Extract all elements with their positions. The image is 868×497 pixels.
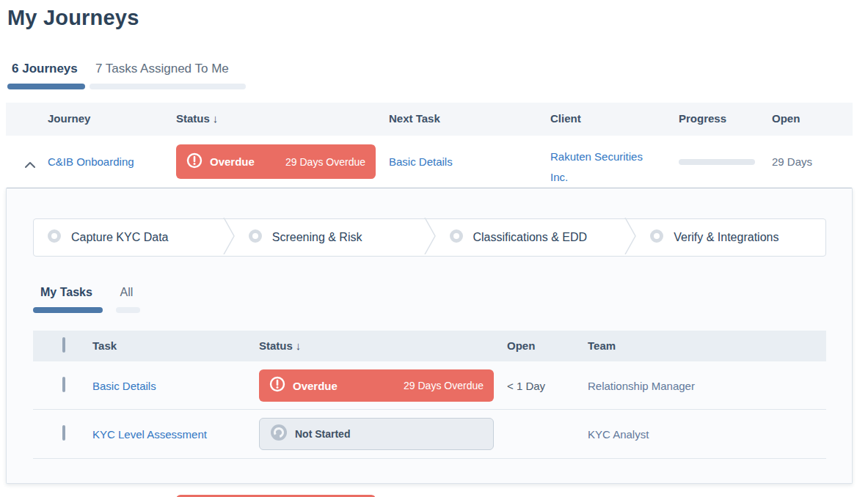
tab-my-tasks[interactable]: My Tasks xyxy=(33,286,103,313)
journey-open-days: 29 Days xyxy=(772,155,812,168)
page-title: My Journeys xyxy=(7,6,139,30)
stage-label: Verify & Integrations xyxy=(674,231,778,244)
tab-my-tasks-label: My Tasks xyxy=(33,286,103,299)
task-checkbox[interactable] xyxy=(62,425,65,441)
tasks-table: Task Status↓ Open Team Basic Details Ove… xyxy=(33,331,826,459)
alert-circle-icon xyxy=(186,152,203,172)
task-open-value: < 1 Day xyxy=(507,380,545,392)
sort-down-arrow-icon: ↓ xyxy=(213,112,219,125)
journey-detail-panel: Capture KYC Data Screening & Risk Classi… xyxy=(6,188,853,484)
client-link[interactable]: Rakuten Securities Inc. xyxy=(550,147,662,188)
stage-circle-icon xyxy=(248,229,263,246)
tab-all[interactable]: All xyxy=(116,286,140,313)
column-journey: Journey xyxy=(48,112,90,125)
status-detail: 29 Days Overdue xyxy=(404,380,484,391)
task-status-badge-not-started: Not Started xyxy=(259,418,494,450)
my-journeys-page: My Journeys 6 Journeys 7 Tasks Assigned … xyxy=(0,0,868,497)
task-row-kyc-level-assessment: KYC Level Assessment Not Started KYC Ana… xyxy=(33,410,826,459)
tasks-table-header: Task Status↓ Open Team xyxy=(33,331,826,361)
task-row-basic-details: Basic Details Overdue 29 Days Overdue < … xyxy=(33,361,826,410)
column-open: Open xyxy=(772,112,800,125)
select-all-checkbox[interactable] xyxy=(62,337,65,353)
tab-tasks-assigned-to-me[interactable]: 7 Tasks Assigned To Me xyxy=(90,62,246,89)
status-label: Overdue xyxy=(210,155,255,168)
journey-link[interactable]: C&IB Onboarding xyxy=(48,155,134,168)
stage-label: Capture KYC Data xyxy=(71,231,169,244)
column-task-open: Open xyxy=(507,339,535,352)
tab-tasks-assigned-label: 7 Tasks Assigned To Me xyxy=(90,62,246,76)
stage-separator-chevron-icon xyxy=(223,218,235,257)
status-label: Overdue xyxy=(293,380,338,392)
tab-all-label: All xyxy=(116,286,140,299)
task-status-badge-overdue: Overdue 29 Days Overdue xyxy=(259,369,494,402)
tab-journeys-active-bar xyxy=(7,84,85,89)
status-label: Not Started xyxy=(295,428,350,440)
tab-my-tasks-active-bar xyxy=(33,307,103,313)
journey-progress-bar xyxy=(679,159,755,165)
task-tabs: My Tasks All xyxy=(33,286,140,313)
stage-classifications-edd[interactable]: Classifications & EDD xyxy=(436,219,625,256)
journey-stage-stepper: Capture KYC Data Screening & Risk Classi… xyxy=(33,218,826,257)
tab-tasks-assigned-bar xyxy=(90,84,246,89)
stage-separator-chevron-icon xyxy=(624,218,636,257)
stage-label: Screening & Risk xyxy=(272,231,362,244)
alert-circle-icon xyxy=(269,376,285,395)
collapse-chevron-up-icon[interactable] xyxy=(25,158,35,171)
stage-capture-kyc-data[interactable]: Capture KYC Data xyxy=(34,219,223,256)
stage-circle-icon xyxy=(449,229,464,246)
column-status-label: Status xyxy=(176,112,210,125)
not-started-circle-icon xyxy=(270,424,288,444)
task-link[interactable]: KYC Level Assessment xyxy=(92,428,207,441)
status-detail: 29 Days Overdue xyxy=(285,156,365,168)
journeys-table-header: Journey Status↓ Next Task Client Progres… xyxy=(6,103,853,136)
next-task-link[interactable]: Basic Details xyxy=(389,155,453,168)
tab-journeys[interactable]: 6 Journeys xyxy=(7,62,85,89)
column-task-status-label: Status xyxy=(259,339,293,352)
column-task-status-sort[interactable]: Status↓ xyxy=(259,339,301,352)
column-next-task: Next Task xyxy=(389,112,440,125)
column-task-team: Team xyxy=(588,339,616,352)
column-task: Task xyxy=(92,339,117,352)
task-team-value: KYC Analyst xyxy=(588,428,649,441)
sort-down-arrow-icon: ↓ xyxy=(296,339,302,352)
column-client: Client xyxy=(550,112,581,125)
journey-row: C&IB Onboarding Overdue 29 Days Overdue … xyxy=(6,136,853,188)
stage-screening-risk[interactable]: Screening & Risk xyxy=(235,219,424,256)
stage-circle-icon xyxy=(47,229,62,246)
column-progress: Progress xyxy=(679,112,726,125)
tab-journeys-label: 6 Journeys xyxy=(7,62,85,76)
stage-circle-icon xyxy=(649,229,664,246)
journey-status-badge: Overdue 29 Days Overdue xyxy=(176,144,376,179)
stage-verify-integrations[interactable]: Verify & Integrations xyxy=(636,219,825,256)
task-team-value: Relationship Manager xyxy=(588,380,695,392)
stage-separator-chevron-icon xyxy=(424,218,436,257)
tab-all-bar xyxy=(116,307,140,313)
task-link[interactable]: Basic Details xyxy=(92,380,156,392)
stage-label: Classifications & EDD xyxy=(473,231,588,244)
task-checkbox[interactable] xyxy=(62,377,65,392)
column-status-sort[interactable]: Status↓ xyxy=(176,112,218,125)
